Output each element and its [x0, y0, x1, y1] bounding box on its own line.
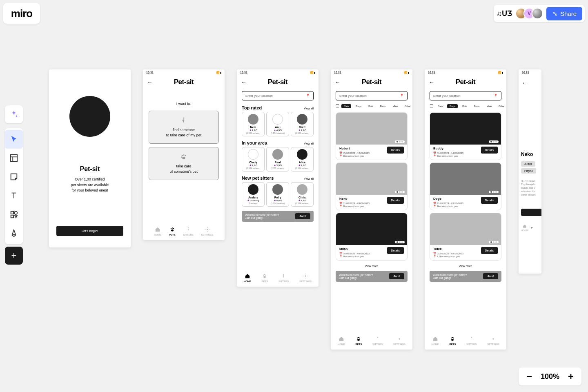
nav-pets[interactable]: PETS	[262, 273, 268, 283]
nav-home[interactable]: HOME	[338, 336, 345, 345]
zoom-out-button[interactable]: −	[525, 371, 533, 382]
details-button[interactable]: Details	[387, 247, 404, 254]
filter-icon[interactable]: ☰	[336, 104, 339, 108]
paw-icon	[180, 153, 187, 160]
search-input[interactable]: Enter your location📍	[242, 91, 314, 100]
ai-button[interactable]	[5, 105, 23, 123]
sitter-card[interactable]: Anders★no rating0 reviews	[242, 182, 265, 207]
details-button[interactable]: Details	[481, 197, 498, 204]
details-button[interactable]: Details	[481, 247, 498, 254]
nav-pets[interactable]: PETS	[450, 336, 456, 345]
avatar[interactable]	[532, 8, 543, 19]
sitter-card[interactable]: Cindy★4,9/5(1.204 reviews)	[242, 147, 265, 172]
frame-pets-cats[interactable]: 10:31📶 ▮ ←Pet-sit Enter your location📍 ☰…	[331, 69, 412, 350]
svg-point-24	[265, 275, 266, 276]
filter-chip[interactable]: Other	[496, 104, 506, 108]
join-button[interactable]: Join!	[483, 273, 498, 279]
frame-home[interactable]: 10:31📶 ▮ ←Pet-sit Enter your location📍 T…	[237, 69, 318, 287]
pet-card[interactable]: Hubert 📅 05/08/2023 - 12/08/2023 📍 3km a…	[336, 112, 408, 160]
frame-pets-dogs[interactable]: 10:31📶 ▮ ←Pet-sit Enter your location📍 ☰…	[425, 69, 506, 350]
tool-cursor[interactable]	[5, 130, 23, 149]
tool-shapes[interactable]	[5, 205, 23, 224]
filter-chip[interactable]: Birds	[378, 104, 388, 108]
tool-text[interactable]	[5, 186, 23, 205]
nav-sitters[interactable]: SITTERS	[466, 336, 477, 345]
tool-template[interactable]	[5, 149, 23, 167]
sitter-card[interactable]: Chris★4,1/5(1.204 reviews)	[291, 182, 314, 207]
tool-sticky[interactable]	[5, 167, 23, 186]
nav-pets[interactable]: PETS	[169, 227, 176, 236]
filter-chip[interactable]: Fish	[460, 104, 469, 108]
filter-chip[interactable]: Mice	[484, 104, 494, 108]
canvas[interactable]: Pet-sit Over 1,00 certified pet sitters …	[49, 69, 541, 350]
nav-settings[interactable]: SETTINGS	[487, 336, 499, 345]
search-input[interactable]: Enter your location📍	[336, 91, 408, 100]
action-button[interactable]	[521, 209, 541, 216]
back-button[interactable]: ←	[522, 80, 541, 86]
filter-icon[interactable]: ☰	[430, 104, 433, 108]
nav-sitters[interactable]: SITTERS	[183, 227, 194, 236]
zoom-controls: − 100% +	[519, 368, 581, 385]
status-icons: 📶 ▮	[216, 71, 221, 74]
view-all-link[interactable]: View all	[304, 107, 314, 110]
nav-pets[interactable]: PETS	[356, 336, 362, 345]
filter-chip[interactable]: Cats	[341, 104, 351, 108]
sitter-card[interactable]: Brett★4,9/5(1.204 reviews)	[291, 112, 314, 136]
frame-intent[interactable]: 10:31📶 ▮ ←Pet-sit I want to: find someon…	[143, 69, 225, 240]
nav-home[interactable]: HOME	[244, 273, 251, 283]
zoom-value[interactable]: 100%	[541, 372, 559, 381]
back-button[interactable]: ←	[429, 79, 434, 85]
nav-sitters[interactable]: SITTERS	[372, 336, 383, 345]
nav-sitters[interactable]: SITTERS	[278, 273, 289, 283]
view-more[interactable]: View more	[425, 263, 506, 269]
frame-landing[interactable]: Pet-sit Over 1,00 certified pet sitters …	[49, 69, 131, 247]
lets-begin-button[interactable]: Let's begin!	[56, 226, 123, 236]
sitter-card[interactable]: Nela★4,9/5(1.204 reviews)	[242, 112, 265, 136]
choice-be-sitter[interactable]: take care of someone's pet	[149, 147, 219, 180]
view-more[interactable]: View more	[331, 263, 412, 269]
miro-logo[interactable]: miro	[3, 3, 40, 24]
back-button[interactable]: ←	[241, 79, 247, 85]
pet-card[interactable]: Doge 📅 21/09/2023 - 03/10/2023 📍 1km awa…	[430, 163, 501, 210]
sitter-card[interactable]: Alice★4,9/5(1.304 reviews)	[291, 147, 314, 172]
join-button[interactable]: Join!	[295, 213, 310, 219]
search-input[interactable]: Enter your location📍	[430, 91, 501, 100]
details-button[interactable]: Details	[387, 147, 404, 154]
filter-chip[interactable]: Cats	[435, 104, 445, 108]
sitter-card[interactable]: Anu★4,9/5(1.204 reviews)	[266, 112, 289, 136]
frame-pet-detail[interactable]: 10:31 ← Neko Junior Playful Hi, I'm Neko…	[519, 69, 541, 274]
share-button[interactable]: Share	[546, 7, 582, 20]
bottom-nav: HOME PETS SITTERS SETTINGS	[425, 333, 506, 350]
filter-chip[interactable]: Fish	[366, 104, 375, 108]
pet-card[interactable]: Milan 📅 09/09/2023 - 03/10/2023 📍 1km aw…	[336, 213, 408, 261]
details-button[interactable]: Details	[481, 147, 498, 154]
sitter-card[interactable]: Paul★3,9/5(1000 reviews)	[266, 147, 289, 172]
sitter-card[interactable]: Polly★4,4/5(1.204 reviews)	[266, 182, 289, 207]
tool-pen[interactable]	[5, 224, 23, 243]
back-button[interactable]: ←	[335, 79, 341, 85]
details-button[interactable]: Details	[387, 197, 404, 204]
choice-find-sitter[interactable]: find someone to take care of my pet	[149, 111, 219, 144]
collaborator-avatars[interactable]: V	[515, 8, 543, 19]
filter-chip[interactable]: Birds	[472, 104, 482, 108]
join-button[interactable]: Join!	[389, 273, 404, 279]
zoom-in-button[interactable]: +	[567, 371, 575, 382]
nav-home[interactable]: HOME	[154, 227, 161, 236]
filter-chip[interactable]: Other	[402, 104, 412, 108]
reactions-icon[interactable]: ♫ᑌƷ	[496, 9, 512, 18]
view-all-link[interactable]: View all	[304, 177, 314, 180]
filter-chip[interactable]: Dogs	[447, 104, 458, 108]
sticky-icon	[9, 172, 18, 181]
pet-card[interactable]: Neko 📅 01/08/2023 - 03/08/2023 📍 1km awa…	[336, 163, 408, 210]
back-button[interactable]: ←	[147, 79, 153, 85]
nav-home[interactable]: HOME	[432, 336, 439, 345]
nav-settings[interactable]: SETTINGS	[393, 336, 405, 345]
add-tool-button[interactable]: +	[5, 247, 23, 265]
pet-card[interactable]: Tofee 📅 01/09/2023 - 03/19/2023 📍 1,6km …	[430, 213, 501, 261]
filter-chip[interactable]: Mice	[390, 104, 400, 108]
nav-settings[interactable]: SETTINGS	[201, 227, 214, 236]
view-all-link[interactable]: View all	[304, 142, 314, 145]
filter-chip[interactable]: Dogs	[353, 104, 364, 108]
nav-settings[interactable]: SETTINGS	[299, 273, 312, 283]
pet-card[interactable]: Buddy 📅 01/08/2023 - 14/08/2023 📍 3km aw…	[430, 112, 501, 160]
